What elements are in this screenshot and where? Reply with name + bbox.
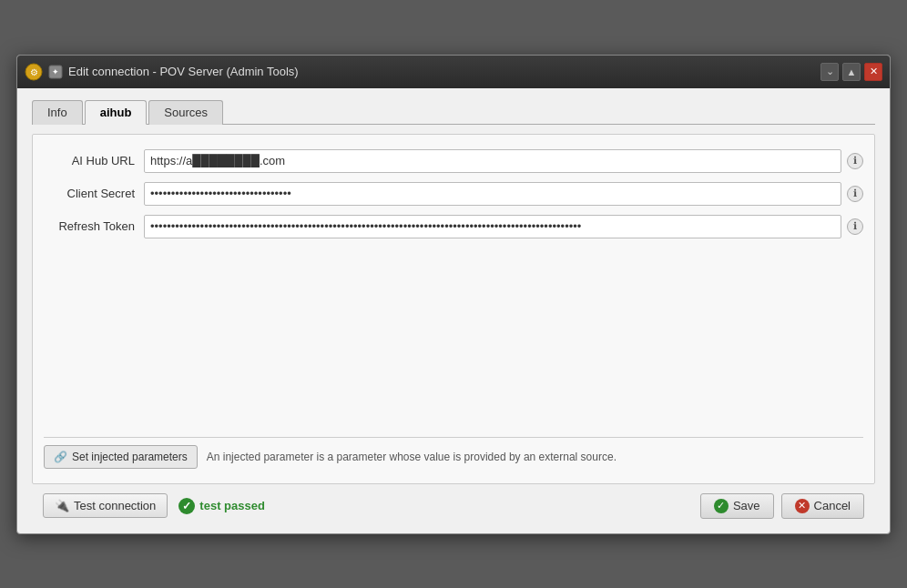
ai-hub-url-label: AI Hub URL <box>44 154 144 167</box>
set-injected-label: Set injected parameters <box>72 451 188 463</box>
close-button[interactable]: ✕ <box>864 63 882 81</box>
client-secret-row: Client Secret ℹ <box>44 182 863 206</box>
tab-info[interactable]: Info <box>32 100 83 125</box>
cancel-label: Cancel <box>814 499 851 512</box>
link-icon: 🔗 <box>54 451 67 463</box>
client-secret-input-wrap: ℹ <box>144 182 863 206</box>
refresh-token-input[interactable] <box>144 215 841 238</box>
ai-hub-url-info-icon[interactable]: ℹ <box>847 153 863 169</box>
maximize-button[interactable]: ▲ <box>842 63 861 81</box>
titlebar-left: ⚙ ✦ Edit connection - POV Server (Admin … <box>25 63 299 81</box>
ai-hub-url-input-wrap: ℹ <box>144 149 863 173</box>
tab-sources[interactable]: Sources <box>148 100 223 125</box>
test-passed-indicator: ✓ test passed <box>178 498 265 514</box>
minimize-button[interactable]: ⌄ <box>820 63 839 81</box>
main-window: ⚙ ✦ Edit connection - POV Server (Admin … <box>16 55 891 534</box>
action-left: 🔌 Test connection ✓ test passed <box>43 493 265 518</box>
test-connection-label: Test connection <box>74 499 156 512</box>
save-button[interactable]: ✓ Save <box>700 493 774 519</box>
refresh-token-row: Refresh Token ℹ <box>44 215 863 238</box>
refresh-token-info-icon[interactable]: ℹ <box>847 218 863 235</box>
secondary-icon: ✦ <box>48 65 63 79</box>
dialog-content: Info aihub Sources AI Hub URL ℹ Client S… <box>17 88 890 533</box>
titlebar: ⚙ ✦ Edit connection - POV Server (Admin … <box>17 56 890 88</box>
svg-text:✦: ✦ <box>52 67 59 76</box>
window-title: Edit connection - POV Server (Admin Tool… <box>68 65 299 78</box>
svg-text:⚙: ⚙ <box>30 67 38 77</box>
refresh-token-input-wrap: ℹ <box>144 215 863 238</box>
client-secret-label: Client Secret <box>44 187 144 200</box>
action-right: ✓ Save ✕ Cancel <box>700 493 864 519</box>
form-spacer <box>44 248 863 430</box>
test-connection-button[interactable]: 🔌 Test connection <box>43 493 168 518</box>
ai-hub-url-row: AI Hub URL ℹ <box>44 149 863 173</box>
injected-description: An injected parameter is a parameter who… <box>207 451 617 463</box>
set-injected-button[interactable]: 🔗 Set injected parameters <box>44 445 198 469</box>
test-passed-label: test passed <box>199 499 265 512</box>
refresh-token-label: Refresh Token <box>44 219 144 233</box>
client-secret-info-icon[interactable]: ℹ <box>847 186 863 202</box>
plug-icon: 🔌 <box>55 499 69 512</box>
ai-hub-url-input[interactable] <box>144 149 841 173</box>
save-icon: ✓ <box>714 499 729 513</box>
check-icon: ✓ <box>178 498 195 514</box>
form-area: AI Hub URL ℹ Client Secret ℹ Refresh Tok… <box>32 134 875 484</box>
save-label: Save <box>733 499 760 512</box>
tab-bar: Info aihub Sources <box>32 99 875 125</box>
action-bar: 🔌 Test connection ✓ test passed ✓ Save ✕… <box>32 484 875 519</box>
titlebar-controls: ⌄ ▲ ✕ <box>820 63 882 81</box>
cancel-icon: ✕ <box>795 499 810 513</box>
app-icon: ⚙ <box>25 63 43 81</box>
tab-aihub[interactable]: aihub <box>85 100 148 125</box>
cancel-button[interactable]: ✕ Cancel <box>781 493 864 519</box>
bottom-bar: 🔗 Set injected parameters An injected pa… <box>44 437 863 469</box>
client-secret-input[interactable] <box>144 182 841 206</box>
